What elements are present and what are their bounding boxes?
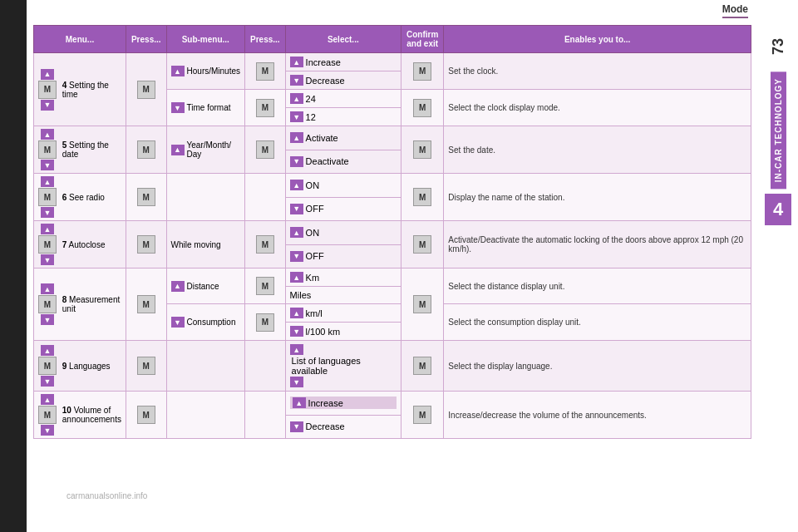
select-increase-vol-label: Increase — [308, 398, 343, 408]
nav-btn-8: ▲ M ▼ 8 Measurementunit — [38, 283, 121, 325]
arrow-down-icon: ▼ — [290, 204, 303, 214]
select-languages: ▲ List of languages available ▼ — [285, 341, 401, 392]
mode-label: Mode — [722, 3, 748, 18]
arrow-down-icon[interactable]: ▼ — [41, 376, 54, 387]
select-languages-label: List of languages available — [290, 356, 397, 376]
arrow-up-icon: ▲ — [290, 344, 303, 355]
arrow-down-icon: ▼ — [290, 421, 303, 432]
menu-6-label: 6 See radio — [62, 193, 105, 202]
arrow-up-icon: ▲ — [290, 180, 303, 190]
select-increase-vol: ▲ Increase — [285, 392, 401, 416]
arrow-down-icon[interactable]: ▼ — [41, 207, 54, 218]
header-menu: Menu... — [34, 26, 126, 53]
m-button-press5[interactable]: M — [137, 140, 155, 159]
arrow-up-icon[interactable]: ▲ — [41, 345, 54, 356]
select-deactivate-label: Deactivate — [306, 156, 349, 166]
select-off-auto: ▼ OFF — [285, 244, 401, 268]
m-button-confirm-volume[interactable]: M — [413, 406, 431, 424]
m-button-7[interactable]: M — [38, 235, 57, 254]
arrow-down-icon: ▼ — [171, 102, 185, 113]
table-row: ▲ M ▼ 9 Languages M — [34, 341, 751, 392]
nav-btn-7: ▲ M ▼ 7 Autoclose — [38, 224, 121, 265]
select-km: ▲ Km — [285, 268, 401, 287]
confirm-measurement: M — [401, 268, 444, 341]
m-button-confirm-measurement[interactable]: M — [413, 295, 431, 313]
menu-radio: ▲ M ▼ 6 See radio — [34, 174, 126, 221]
header-enables: Enables you to... — [444, 26, 751, 53]
press-10: M — [126, 392, 166, 439]
press-hours: M — [245, 53, 286, 90]
select-miles: Miles — [285, 287, 401, 304]
arrow-up-icon: ▲ — [171, 66, 185, 76]
press-distance: M — [245, 268, 286, 304]
select-off-radio: ▼ OFF — [285, 197, 401, 221]
nav-btn-9: ▲ M ▼ 9 Languages — [38, 345, 121, 387]
select-12: ▼ 12 — [285, 108, 401, 126]
menu-setting-time: ▲ M ▼ 4 Setting thetime — [34, 53, 126, 126]
m-button-press6[interactable]: M — [137, 188, 155, 206]
m-button-press4[interactable]: M — [137, 81, 155, 99]
select-kml: ▲ km/l — [285, 304, 401, 323]
m-button-press9[interactable]: M — [137, 357, 155, 375]
select-24: ▲ 24 — [285, 90, 401, 108]
press-6: M — [126, 174, 166, 221]
arrow-down-icon[interactable]: ▼ — [41, 314, 54, 325]
section-number: 4 — [765, 194, 791, 225]
m-button-timeformat[interactable]: M — [256, 99, 274, 117]
select-decrease-label: Decrease — [306, 76, 345, 86]
m-button-9[interactable]: M — [38, 357, 57, 375]
confirm-clock: M — [401, 53, 444, 90]
select-on-auto: ▲ ON — [285, 221, 401, 245]
arrow-down-icon[interactable]: ▼ — [41, 160, 54, 170]
confirm-radio: M — [401, 174, 444, 221]
m-button-confirm-clock[interactable]: M — [413, 62, 431, 81]
main-table: Menu... Press... Sub-menu... Press... Se… — [33, 25, 751, 439]
m-button-ymd[interactable]: M — [256, 140, 274, 159]
arrow-down-icon[interactable]: ▼ — [41, 254, 54, 265]
side-label: IN-CAR TECHNOLOGY — [771, 71, 786, 189]
arrow-up-icon[interactable]: ▲ — [41, 283, 54, 294]
m-button-confirm-date[interactable]: M — [413, 140, 431, 159]
arrow-up-icon: ▲ — [290, 227, 303, 238]
arrow-up-icon[interactable]: ▲ — [41, 176, 54, 187]
left-bar — [0, 0, 27, 532]
arrow-down-icon: ▼ — [290, 111, 303, 122]
select-decrease: ▼ Decrease — [285, 71, 401, 90]
m-button-confirm-autoclose[interactable]: M — [413, 235, 431, 254]
submenu-hours-label: Hours/Minutes — [187, 66, 240, 76]
arrow-up-icon[interactable]: ▲ — [41, 129, 54, 140]
arrow-up-icon: ▲ — [293, 397, 306, 408]
m-button-hours[interactable]: M — [256, 62, 274, 81]
arrow-up-icon: ▲ — [171, 145, 185, 155]
select-off-auto-label: OFF — [306, 251, 324, 261]
nav-btn-4[interactable]: ▲ M ▼ 4 Setting thetime — [38, 69, 121, 111]
arrow-up-icon[interactable]: ▲ — [41, 69, 54, 80]
m-button-whilemoving[interactable]: M — [256, 235, 274, 254]
arrow-down-icon: ▼ — [290, 156, 303, 167]
m-button[interactable]: M — [38, 81, 57, 99]
select-activate: ▲ Activate — [285, 126, 401, 150]
arrow-up-icon[interactable]: ▲ — [41, 224, 54, 234]
m-button-6[interactable]: M — [38, 188, 57, 206]
nav-btn-6: ▲ M ▼ 6 See radio — [38, 176, 121, 218]
m-button-confirm-radio[interactable]: M — [413, 188, 431, 206]
m-button-press7[interactable]: M — [137, 235, 155, 254]
submenu-whilemoving-label: While moving — [171, 240, 221, 249]
m-button-distance[interactable]: M — [256, 277, 274, 295]
select-off-radio-label: OFF — [306, 204, 324, 214]
m-button-confirm-languages[interactable]: M — [413, 357, 431, 375]
header-select: Select... — [285, 26, 401, 53]
main-content: Mode Menu... Press... Sub-menu... Press.… — [27, 0, 798, 532]
menu-10-label: 10 Volume ofannouncements — [62, 406, 121, 424]
m-button-confirm-clockmode[interactable]: M — [413, 99, 431, 117]
m-button-10[interactable]: M — [38, 406, 57, 424]
m-button-8[interactable]: M — [38, 295, 57, 313]
arrow-down-icon[interactable]: ▼ — [41, 100, 54, 111]
m-button-press8[interactable]: M — [137, 295, 155, 313]
m-button-5[interactable]: M — [38, 140, 57, 159]
m-button-press10[interactable]: M — [137, 406, 155, 424]
m-button-consumption[interactable]: M — [256, 313, 274, 332]
table-row: ▲ M ▼ 6 See radio M — [34, 174, 751, 198]
arrow-down-icon[interactable]: ▼ — [41, 425, 54, 436]
arrow-up-icon[interactable]: ▲ — [41, 394, 54, 405]
